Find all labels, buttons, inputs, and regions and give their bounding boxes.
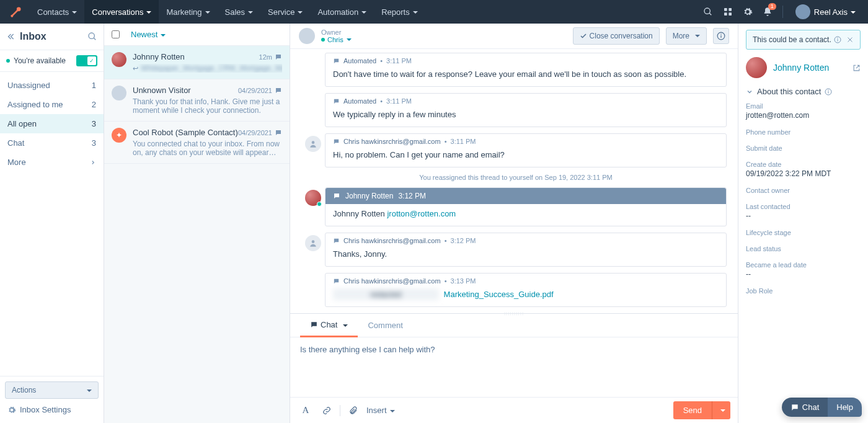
close-conversation-button[interactable]: Close conversation bbox=[573, 27, 660, 45]
notification-badge: 1 bbox=[768, 3, 776, 10]
svg-point-1 bbox=[11, 15, 13, 17]
conversation-preview: You connected chat to your inbox. From n… bbox=[133, 140, 282, 157]
search-icon[interactable] bbox=[698, 2, 718, 22]
svg-rect-5 bbox=[728, 8, 732, 11]
chevron-down-icon[interactable] bbox=[746, 88, 753, 96]
nav-item-conversations[interactable]: Conversations bbox=[84, 0, 159, 24]
info-icon[interactable] bbox=[825, 88, 832, 96]
message-row: Chris hawkinsrchris@gmail.com • 3:13 PMr… bbox=[305, 273, 727, 307]
svg-point-13 bbox=[312, 141, 315, 144]
nav-item-reports[interactable]: Reports bbox=[374, 0, 425, 24]
collapse-icon[interactable] bbox=[6, 32, 15, 41]
folder-label: More bbox=[7, 158, 26, 167]
chevron-down-icon bbox=[143, 7, 151, 17]
svg-point-8 bbox=[89, 33, 94, 38]
nav-item-automation[interactable]: Automation bbox=[310, 0, 374, 24]
thread-info-button[interactable] bbox=[713, 28, 729, 44]
message-sender: Chris hawkinsrchris@gmail.com bbox=[343, 237, 441, 244]
folder-more[interactable]: More bbox=[0, 153, 104, 172]
settings-gear-icon[interactable] bbox=[738, 2, 758, 22]
conversation-time: 04/29/2021 bbox=[238, 129, 272, 136]
message-link[interactable]: jrotton@rotten.com bbox=[387, 209, 456, 218]
tab-chat[interactable]: Chat bbox=[300, 314, 358, 337]
open-external-icon[interactable] bbox=[852, 64, 861, 72]
folder-count: 3 bbox=[92, 138, 96, 148]
chevron-down-icon bbox=[84, 386, 92, 394]
conversation-item[interactable]: Johnny Rotten12m↩Whitepaper_Mortgage_CRM… bbox=[104, 46, 290, 79]
folder-unassigned[interactable]: Unassigned1 bbox=[0, 76, 104, 95]
drag-handle-icon[interactable]: :::::::::: bbox=[504, 311, 524, 316]
owner-name: Chris bbox=[327, 36, 343, 43]
send-button[interactable]: Send bbox=[673, 401, 712, 419]
chevron-down-icon bbox=[245, 7, 253, 17]
sort-dropdown[interactable]: Newest bbox=[131, 30, 166, 39]
insert-dropdown[interactable]: Insert bbox=[366, 406, 395, 415]
svg-line-9 bbox=[94, 38, 95, 40]
help-button[interactable]: Help bbox=[828, 398, 862, 417]
nav-item-service[interactable]: Service bbox=[260, 0, 310, 24]
info-icon[interactable] bbox=[834, 36, 841, 43]
message-block: Chris hawkinsrchris@gmail.com • 3:11 PMH… bbox=[325, 133, 727, 167]
conversation-item[interactable]: ✦Cool Robot (Sample Contact)04/29/2021Yo… bbox=[104, 122, 290, 164]
nav-item-sales[interactable]: Sales bbox=[218, 0, 261, 24]
conversation-name: Cool Robot (Sample Contact) bbox=[133, 128, 238, 137]
help-chat-button[interactable]: Chat bbox=[782, 398, 828, 417]
message-row: Automated • 3:11 PMWe typically reply in… bbox=[305, 93, 727, 127]
message-row: Chris hawkinsrchris@gmail.com • 3:11 PMH… bbox=[305, 133, 727, 167]
marketplace-icon[interactable] bbox=[718, 2, 738, 22]
message-body: Thanks, Jonny. bbox=[326, 244, 726, 266]
nav-item-contacts[interactable]: Contacts bbox=[30, 0, 84, 24]
folder-chat[interactable]: Chat3 bbox=[0, 133, 104, 153]
link-icon[interactable] bbox=[319, 403, 335, 419]
notifications-bell-icon[interactable]: 1 bbox=[758, 2, 777, 22]
message-sender: Chris hawkinsrchris@gmail.com bbox=[343, 138, 441, 145]
account-menu[interactable]: Reel Axis bbox=[788, 4, 863, 19]
tab-chat-label: Chat bbox=[321, 320, 337, 329]
sidebar-search-icon[interactable] bbox=[87, 32, 97, 42]
message-time: 3:11 PM bbox=[386, 57, 412, 65]
message-link[interactable]: Marketing_Success_Guide.pdf bbox=[444, 290, 554, 299]
owner-avatar-icon bbox=[299, 28, 315, 44]
field-label: Contact owner bbox=[746, 187, 861, 194]
tab-comment[interactable]: Comment bbox=[358, 314, 412, 336]
message-row: Automated • 3:11 PMDon't have time to wa… bbox=[305, 53, 727, 87]
conversation-item[interactable]: Unknown Visitor04/29/2021Thank you for t… bbox=[104, 79, 290, 122]
chevron-right-icon bbox=[90, 159, 96, 166]
folder-label: Unassigned bbox=[7, 81, 50, 90]
message-avatar-icon bbox=[305, 136, 321, 152]
actions-label: Actions bbox=[12, 386, 36, 394]
folder-label: All open bbox=[7, 119, 37, 128]
svg-point-20 bbox=[828, 89, 829, 90]
help-chat-label: Chat bbox=[802, 403, 819, 412]
folder-assigned-to-me[interactable]: Assigned to me2 bbox=[0, 95, 104, 114]
owner-dropdown[interactable]: Chris bbox=[321, 36, 352, 43]
send-options-button[interactable] bbox=[712, 401, 730, 419]
chat-icon bbox=[275, 87, 282, 94]
message-row: Johnny Rotten3:12 PMJohnny Rotten jrotto… bbox=[305, 187, 727, 226]
more-dropdown[interactable]: More bbox=[666, 27, 707, 45]
contact-field: Job Role bbox=[746, 287, 861, 295]
composer-tabs: :::::::::: Chat Comment bbox=[290, 313, 738, 337]
message-row: Chris hawkinsrchris@gmail.com • 3:12 PMT… bbox=[305, 233, 727, 267]
field-value: -- bbox=[746, 212, 861, 220]
composer-input[interactable]: Is there anything else I can help with? bbox=[290, 337, 738, 397]
nav-item-marketing[interactable]: Marketing bbox=[159, 0, 217, 24]
text-format-icon[interactable]: A bbox=[298, 403, 314, 419]
contact-panel: This could be a contact. Johnny Rotten A… bbox=[738, 24, 868, 423]
user-name: Reel Axis bbox=[814, 7, 848, 17]
inbox-settings-link[interactable]: Inbox Settings bbox=[5, 399, 99, 418]
field-label: Submit date bbox=[746, 145, 861, 152]
folder-all-open[interactable]: All open3 bbox=[0, 114, 104, 133]
attachment-icon[interactable] bbox=[345, 403, 361, 419]
folder-count: 3 bbox=[92, 119, 96, 128]
select-all-checkbox[interactable] bbox=[112, 30, 120, 38]
alert-close-icon[interactable] bbox=[846, 36, 854, 43]
availability-toggle[interactable]: ✓ bbox=[76, 55, 97, 66]
inbox-title: Inbox bbox=[20, 31, 87, 42]
field-label: Lifecycle stage bbox=[746, 229, 861, 236]
section-title: About this contact bbox=[757, 87, 821, 96]
chat-icon bbox=[275, 129, 282, 136]
top-navigation: ContactsConversationsMarketingSalesServi… bbox=[0, 0, 868, 24]
actions-dropdown[interactable]: Actions bbox=[5, 381, 99, 399]
contact-name-link[interactable]: Johnny Rotten bbox=[773, 63, 846, 73]
